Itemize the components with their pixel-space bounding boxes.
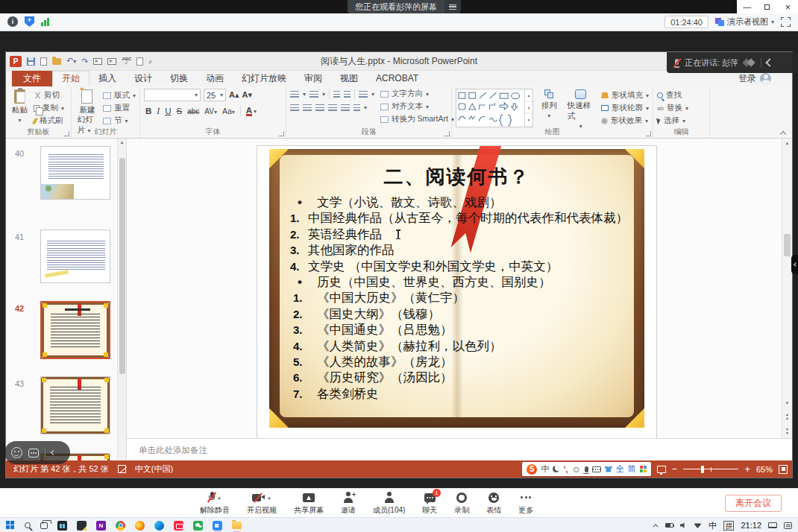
layout-button[interactable]: 版式▾ [103,90,136,101]
simplified-toggle[interactable]: 简 [628,463,636,475]
collapse-ribbon-icon[interactable] [781,130,786,136]
close-button[interactable]: × [778,0,798,13]
replace-button[interactable]: ab替换▾ [657,103,706,113]
change-case-button[interactable]: Aa▾ [222,107,235,115]
redo-icon[interactable]: ↷ [81,56,88,67]
share-screen-button[interactable]: 共享屏幕 [294,491,324,516]
scroll-down-icon[interactable]: ▼ [782,401,792,405]
halfwidth-moon-icon[interactable] [553,466,559,472]
font-dialog-launcher[interactable] [279,131,284,136]
members-button[interactable]: 成员(104) [373,491,405,516]
zoom-level-text[interactable]: 65% [756,465,773,474]
reaction-smiley-icon[interactable] [11,447,22,458]
section-button[interactable]: 节▾ [103,115,136,126]
start-button[interactable] [6,518,15,532]
tab-view[interactable]: 视图 [331,71,367,86]
slide-thumbnail-40[interactable] [40,146,110,200]
toolbox-icon[interactable] [640,466,647,472]
sogou-ime-bar[interactable]: S 中 ’, ☺ 全 简 [522,462,650,476]
video-options-arrow[interactable]: ▲ [267,495,271,500]
grow-font-button[interactable]: A▴ [229,90,239,100]
ime-mode-toggle[interactable]: 中 [541,463,549,475]
print-preview-icon[interactable] [93,58,102,65]
record-button[interactable]: 录制 [454,491,469,516]
tencent-meeting-button[interactable] [213,518,222,532]
tray-expand-icon[interactable] [653,524,659,529]
copy-button[interactable]: 复制▾ [34,103,64,113]
italic-button[interactable]: I [157,107,160,115]
chat-button[interactable]: 1 聊天 [422,491,437,516]
notes-pane[interactable]: 单击此处添加备注 [127,438,792,460]
reset-button[interactable]: 重置 [103,103,136,113]
zoom-slider[interactable] [683,466,738,473]
slide-thumbnail-41[interactable] [40,229,110,283]
tab-acrobat[interactable]: ACROBAT [367,71,427,86]
align-center-icon[interactable] [303,104,312,111]
tray-ime-mode[interactable]: 拼 [723,521,735,531]
speaker-icon[interactable] [680,522,687,528]
undo-icon[interactable]: ↶▾ [66,55,76,67]
paste-button[interactable]: 粘贴▾ [10,89,30,126]
columns-icon[interactable] [354,104,360,111]
emoji-icon[interactable]: ☺ [572,464,581,475]
skin-icon[interactable] [605,466,612,472]
slideshow-start-icon[interactable] [107,58,116,65]
firefox-button[interactable] [135,518,145,532]
taskbar-search-button[interactable] [25,518,31,532]
drawing-dialog-launcher[interactable] [646,131,651,136]
tray-ime-language[interactable]: 中 [709,520,717,531]
align-left-icon[interactable] [290,104,299,111]
onenote-button[interactable]: N [96,518,106,532]
shrink-font-button[interactable]: A▾ [242,90,251,100]
leave-meeting-button[interactable]: 离开会议 [725,495,782,512]
slide-thumbnail-43[interactable] [40,376,110,434]
sidebar-toggle-tab[interactable] [791,255,798,274]
quick-styles-button[interactable]: 快速样式▾ [565,89,597,130]
thumbnail-scrollbar[interactable]: ▲ [117,139,126,460]
task-view-button[interactable] [40,518,48,532]
collapse-overlay-icon[interactable] [765,58,773,66]
banner-menu-button[interactable] [444,0,461,13]
battery-icon[interactable] [665,523,673,528]
abc-strike-button[interactable]: abc [187,107,199,115]
security-shield-icon[interactable]: + [25,16,34,27]
scroll-up-icon[interactable]: ▲ [118,140,126,145]
font-name-select[interactable]: ▾ [144,89,201,101]
font-color-button[interactable]: A [246,107,252,116]
punctuation-icon[interactable]: ’, [563,465,568,474]
start-video-button[interactable]: ▲ 开启视频 [247,491,277,516]
edge-button[interactable] [154,518,164,532]
meeting-info-icon[interactable]: i [7,16,18,27]
scrollbar-thumb[interactable] [119,158,125,374]
save-icon[interactable] [27,57,35,66]
bullet-list-icon[interactable] [290,91,299,98]
fit-slide-to-window-icon[interactable] [779,465,788,474]
red-app-button[interactable] [174,518,183,532]
fullscreen-icon[interactable] [781,17,791,27]
reactions-button[interactable]: 表情 [486,491,501,516]
touch-keyboard-icon[interactable] [768,522,777,528]
text-direction-button[interactable]: 文字方向▾ [380,89,454,99]
presenter-view-button[interactable]: 演示者视图 ▾ [715,16,774,28]
tab-insert[interactable]: 插入 [89,71,125,86]
slide-scrollbar[interactable]: ▲ ▼ ▲▲ ▼▼ [782,139,792,438]
qat-customize-icon[interactable]: ⸗ [148,56,151,67]
numbered-list-icon[interactable] [310,91,318,98]
next-slide-button[interactable]: ▼▼ [782,428,792,435]
share-document-icon[interactable] [136,57,143,66]
tray-clock[interactable]: 21:12 [741,521,761,530]
shape-fill-button[interactable]: 形状填充▾ [601,90,649,101]
zoom-in-button[interactable]: + [744,464,750,474]
decrease-indent-icon[interactable] [333,91,340,98]
proofing-icon[interactable] [118,465,126,473]
shapes-gallery[interactable]: ▲▼▼ [456,89,533,127]
sign-in-button[interactable]: 登录 [738,72,771,85]
slide-text-box[interactable]: 二、阅读何书？ •文学（小说、散文、诗歌、戏剧） 1.中国经典作品（从古至今，每… [257,146,656,438]
cut-button[interactable]: 剪切 [34,90,64,101]
fullwidth-toggle[interactable]: 全 [616,463,624,475]
shapes-gallery-scroll[interactable]: ▲▼▼ [524,89,532,127]
spellcheck-icon[interactable]: ABC✓ [122,57,131,66]
invite-button[interactable]: + 邀请 [341,491,356,516]
slide-canvas[interactable]: 二、阅读何书？ •文学（小说、散文、诗歌、戏剧） 1.中国经典作品（从古至今，每… [257,146,656,438]
tab-design[interactable]: 设计 [125,71,161,86]
